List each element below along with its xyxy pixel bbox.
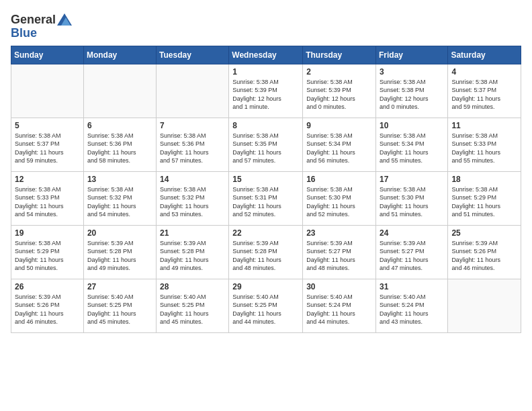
day-number: 20 xyxy=(87,228,152,238)
weekday-header-monday: Monday xyxy=(83,46,156,64)
day-info: Sunrise: 5:38 AM Sunset: 5:34 PM Dayligh… xyxy=(306,132,372,165)
calendar-cell: 16Sunrise: 5:38 AM Sunset: 5:30 PM Dayli… xyxy=(303,171,376,225)
day-info: Sunrise: 5:38 AM Sunset: 5:32 PM Dayligh… xyxy=(160,185,225,219)
calendar-cell: 2Sunrise: 5:38 AM Sunset: 5:39 PM Daylig… xyxy=(303,64,376,118)
calendar-cell: 15Sunrise: 5:38 AM Sunset: 5:31 PM Dayli… xyxy=(229,171,303,225)
weekday-header-sunday: Sunday xyxy=(11,46,84,64)
calendar-cell: 8Sunrise: 5:38 AM Sunset: 5:35 PM Daylig… xyxy=(229,118,303,171)
day-number: 27 xyxy=(87,282,152,291)
weekday-header-friday: Friday xyxy=(375,46,447,64)
logo: General Blue xyxy=(11,13,72,40)
calendar-cell xyxy=(83,64,156,118)
day-info: Sunrise: 5:38 AM Sunset: 5:34 PM Dayligh… xyxy=(380,132,444,165)
day-info: Sunrise: 5:40 AM Sunset: 5:25 PM Dayligh… xyxy=(232,293,299,326)
day-number: 22 xyxy=(232,228,299,238)
calendar-cell: 9Sunrise: 5:38 AM Sunset: 5:34 PM Daylig… xyxy=(303,118,376,171)
weekday-header-thursday: Thursday xyxy=(303,46,376,64)
calendar-cell xyxy=(11,64,84,118)
day-number: 19 xyxy=(15,228,80,238)
day-info: Sunrise: 5:40 AM Sunset: 5:25 PM Dayligh… xyxy=(160,293,225,326)
day-info: Sunrise: 5:38 AM Sunset: 5:33 PM Dayligh… xyxy=(15,185,80,219)
calendar-cell: 23Sunrise: 5:39 AM Sunset: 5:27 PM Dayli… xyxy=(303,225,376,279)
calendar-cell: 4Sunrise: 5:38 AM Sunset: 5:37 PM Daylig… xyxy=(448,64,521,118)
calendar-cell: 14Sunrise: 5:38 AM Sunset: 5:32 PM Dayli… xyxy=(157,171,229,225)
day-info: Sunrise: 5:39 AM Sunset: 5:27 PM Dayligh… xyxy=(380,239,444,273)
day-info: Sunrise: 5:40 AM Sunset: 5:24 PM Dayligh… xyxy=(380,293,444,326)
day-info: Sunrise: 5:38 AM Sunset: 5:29 PM Dayligh… xyxy=(451,185,517,219)
day-number: 6 xyxy=(87,121,152,130)
day-info: Sunrise: 5:38 AM Sunset: 5:36 PM Dayligh… xyxy=(160,132,225,165)
calendar-week-5: 26Sunrise: 5:39 AM Sunset: 5:26 PM Dayli… xyxy=(11,279,521,332)
day-number: 10 xyxy=(380,121,444,130)
day-info: Sunrise: 5:38 AM Sunset: 5:37 PM Dayligh… xyxy=(15,132,80,165)
day-info: Sunrise: 5:39 AM Sunset: 5:26 PM Dayligh… xyxy=(451,239,517,273)
day-info: Sunrise: 5:38 AM Sunset: 5:39 PM Dayligh… xyxy=(306,78,372,111)
calendar-cell: 12Sunrise: 5:38 AM Sunset: 5:33 PM Dayli… xyxy=(11,171,84,225)
day-info: Sunrise: 5:38 AM Sunset: 5:30 PM Dayligh… xyxy=(380,185,444,219)
calendar-week-1: 1Sunrise: 5:38 AM Sunset: 5:39 PM Daylig… xyxy=(11,64,521,118)
calendar-cell: 17Sunrise: 5:38 AM Sunset: 5:30 PM Dayli… xyxy=(375,171,447,225)
day-number: 7 xyxy=(160,121,225,130)
day-number: 23 xyxy=(306,228,372,238)
calendar-cell: 28Sunrise: 5:40 AM Sunset: 5:25 PM Dayli… xyxy=(157,279,229,332)
day-number: 13 xyxy=(87,175,152,184)
day-info: Sunrise: 5:38 AM Sunset: 5:35 PM Dayligh… xyxy=(232,132,299,165)
calendar-cell: 19Sunrise: 5:38 AM Sunset: 5:29 PM Dayli… xyxy=(11,225,84,279)
logo-blue: Blue xyxy=(11,27,72,40)
calendar-cell: 10Sunrise: 5:38 AM Sunset: 5:34 PM Dayli… xyxy=(375,118,447,171)
day-info: Sunrise: 5:38 AM Sunset: 5:33 PM Dayligh… xyxy=(451,132,517,165)
weekday-header-tuesday: Tuesday xyxy=(157,46,229,64)
calendar-cell: 11Sunrise: 5:38 AM Sunset: 5:33 PM Dayli… xyxy=(448,118,521,171)
calendar-cell: 13Sunrise: 5:38 AM Sunset: 5:32 PM Dayli… xyxy=(83,171,156,225)
day-info: Sunrise: 5:38 AM Sunset: 5:31 PM Dayligh… xyxy=(232,185,299,219)
day-number: 15 xyxy=(232,175,299,184)
calendar-cell: 1Sunrise: 5:38 AM Sunset: 5:39 PM Daylig… xyxy=(229,64,303,118)
calendar-cell: 3Sunrise: 5:38 AM Sunset: 5:38 PM Daylig… xyxy=(375,64,447,118)
day-info: Sunrise: 5:38 AM Sunset: 5:29 PM Dayligh… xyxy=(15,239,80,273)
day-number: 14 xyxy=(160,175,225,184)
weekday-header-wednesday: Wednesday xyxy=(229,46,303,64)
day-info: Sunrise: 5:39 AM Sunset: 5:28 PM Dayligh… xyxy=(160,239,225,273)
calendar-cell: 21Sunrise: 5:39 AM Sunset: 5:28 PM Dayli… xyxy=(157,225,229,279)
weekday-header-saturday: Saturday xyxy=(448,46,521,64)
day-number: 16 xyxy=(306,175,372,184)
day-info: Sunrise: 5:38 AM Sunset: 5:39 PM Dayligh… xyxy=(232,78,299,111)
day-info: Sunrise: 5:40 AM Sunset: 5:25 PM Dayligh… xyxy=(87,293,152,326)
calendar-week-3: 12Sunrise: 5:38 AM Sunset: 5:33 PM Dayli… xyxy=(11,171,521,225)
day-number: 3 xyxy=(380,67,444,77)
day-number: 5 xyxy=(15,121,80,130)
day-number: 9 xyxy=(306,121,372,130)
calendar-cell: 29Sunrise: 5:40 AM Sunset: 5:25 PM Dayli… xyxy=(229,279,303,332)
calendar-week-4: 19Sunrise: 5:38 AM Sunset: 5:29 PM Dayli… xyxy=(11,225,521,279)
calendar-cell: 30Sunrise: 5:40 AM Sunset: 5:24 PM Dayli… xyxy=(303,279,376,332)
day-info: Sunrise: 5:40 AM Sunset: 5:24 PM Dayligh… xyxy=(306,293,372,326)
day-number: 12 xyxy=(15,175,80,184)
day-info: Sunrise: 5:39 AM Sunset: 5:28 PM Dayligh… xyxy=(87,239,152,273)
day-info: Sunrise: 5:38 AM Sunset: 5:32 PM Dayligh… xyxy=(87,185,152,219)
calendar-cell: 20Sunrise: 5:39 AM Sunset: 5:28 PM Dayli… xyxy=(83,225,156,279)
day-number: 29 xyxy=(232,282,299,291)
day-number: 1 xyxy=(232,67,299,77)
day-number: 11 xyxy=(451,121,517,130)
day-number: 24 xyxy=(380,228,444,238)
day-info: Sunrise: 5:38 AM Sunset: 5:36 PM Dayligh… xyxy=(87,132,152,165)
day-number: 21 xyxy=(160,228,225,238)
calendar-cell: 31Sunrise: 5:40 AM Sunset: 5:24 PM Dayli… xyxy=(375,279,447,332)
weekday-header-row: SundayMondayTuesdayWednesdayThursdayFrid… xyxy=(11,46,521,64)
calendar-cell: 18Sunrise: 5:38 AM Sunset: 5:29 PM Dayli… xyxy=(448,171,521,225)
day-number: 31 xyxy=(380,282,444,291)
day-number: 25 xyxy=(451,228,517,238)
day-number: 18 xyxy=(451,175,517,184)
calendar-cell: 7Sunrise: 5:38 AM Sunset: 5:36 PM Daylig… xyxy=(157,118,229,171)
calendar-cell: 6Sunrise: 5:38 AM Sunset: 5:36 PM Daylig… xyxy=(83,118,156,171)
day-number: 30 xyxy=(306,282,372,291)
logo-icon xyxy=(57,13,72,26)
day-info: Sunrise: 5:38 AM Sunset: 5:38 PM Dayligh… xyxy=(380,78,444,111)
day-info: Sunrise: 5:38 AM Sunset: 5:30 PM Dayligh… xyxy=(306,185,372,219)
calendar-week-2: 5Sunrise: 5:38 AM Sunset: 5:37 PM Daylig… xyxy=(11,118,521,171)
day-info: Sunrise: 5:39 AM Sunset: 5:27 PM Dayligh… xyxy=(306,239,372,273)
calendar-cell: 5Sunrise: 5:38 AM Sunset: 5:37 PM Daylig… xyxy=(11,118,84,171)
calendar-cell xyxy=(448,279,521,332)
calendar-cell: 25Sunrise: 5:39 AM Sunset: 5:26 PM Dayli… xyxy=(448,225,521,279)
calendar-cell: 27Sunrise: 5:40 AM Sunset: 5:25 PM Dayli… xyxy=(83,279,156,332)
